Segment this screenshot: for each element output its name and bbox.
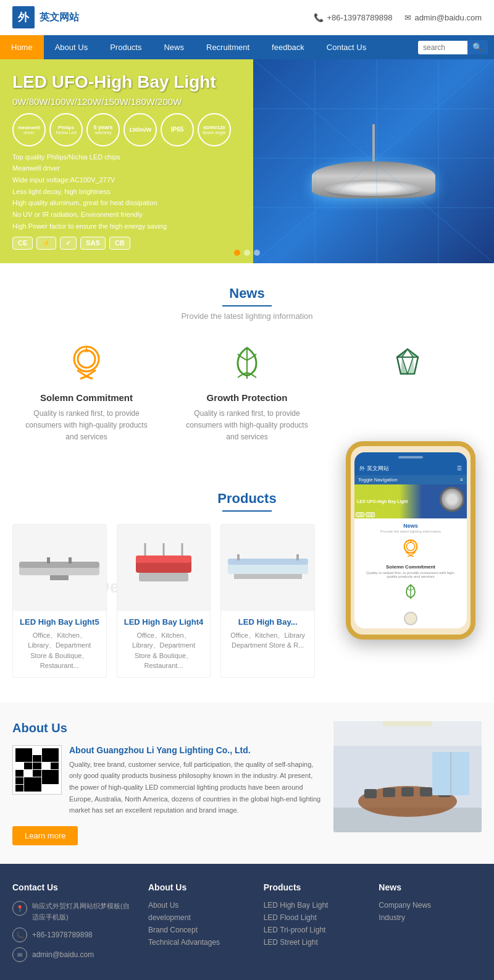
logo-area: 外 英文网站	[12, 6, 79, 28]
svg-rect-58	[383, 721, 432, 726]
email-info: ✉ admin@baidu.com	[404, 13, 482, 22]
footer-product-link2[interactable]: LED Flood Light	[264, 913, 367, 922]
footer-news-col: News Company News Industry	[379, 882, 482, 967]
nav-recruitment[interactable]: Recruitment	[195, 35, 261, 59]
svg-marker-21	[401, 357, 408, 374]
hero-certs: CE ⚡ ✓ SAS CB	[12, 237, 241, 250]
email-address: admin@baidu.com	[414, 13, 482, 22]
nav-home[interactable]: Home	[0, 35, 44, 59]
news-card-2: Growth Protection Quality is ranked firs…	[173, 336, 321, 450]
cert-sas: SAS	[80, 237, 106, 250]
svg-rect-54	[420, 787, 432, 796]
phone-frame: 外 英文网站 ☰ Toggle Navigation ≡ LED UFO-Hig…	[346, 441, 475, 640]
search-button[interactable]: 🔍	[467, 40, 488, 54]
svg-point-9	[78, 350, 95, 368]
phone-info: 📞 +86-13978789898	[314, 13, 392, 22]
news-subtitle: Provide the latest lighting information	[12, 311, 482, 321]
about-left: About Us Abou	[12, 721, 321, 845]
product-card-3: LED High Bay... Office、Kitchen、Library D…	[220, 524, 315, 678]
hero-title: LED UFO-High Bay Light	[12, 72, 241, 93]
footer-phone-icon: 📞	[12, 927, 27, 942]
phone-icon: 📞	[314, 13, 324, 22]
svg-rect-26	[47, 557, 50, 564]
product3-img	[221, 525, 314, 611]
nav-about[interactable]: About Us	[44, 35, 99, 59]
badge-beam: 60/90/120Beam angle	[198, 113, 231, 146]
nav-contact[interactable]: Contact Us	[316, 35, 377, 59]
svg-point-40	[406, 542, 414, 550]
learn-more-button[interactable]: Learn more	[12, 826, 78, 845]
card1-desc: Quality is ranked first, to provide cons…	[19, 408, 154, 444]
product2-info: LED High Bay Light4 Office、Kitchen、Libra…	[117, 611, 211, 677]
nav-feedback[interactable]: feedback	[261, 35, 316, 59]
search-input[interactable]	[418, 41, 467, 54]
cert-check: ✓	[60, 237, 77, 250]
phone-inner: 外 英文网站 ☰ Toggle Navigation ≡ LED UFO-Hig…	[354, 452, 467, 628]
footer: Contact Us 📍 响应式外贸灯具网站织梦模板(自适应手机版) 📞 +86…	[0, 864, 494, 980]
footer-product-link3[interactable]: LED Tri-proof Light	[264, 926, 367, 934]
footer-about-link3[interactable]: Brand Concept	[148, 926, 251, 934]
svg-rect-53	[401, 787, 414, 796]
svg-rect-36	[234, 574, 302, 579]
news-cards: Solemn Commitment Quality is ranked firs…	[12, 336, 482, 450]
products-divider	[222, 510, 272, 512]
phone-home-button[interactable]	[404, 612, 417, 625]
company-title: About Guangzhou Li Yang Lighting Co., Lt…	[69, 745, 321, 755]
footer-news-link2[interactable]: Industry	[379, 913, 482, 922]
product1-name: LED High Bay Light5	[19, 617, 100, 627]
news-divider	[222, 305, 272, 306]
badge-5years: 5 yearswarranty	[86, 113, 120, 146]
email-icon: ✉	[404, 13, 411, 22]
product-card-1: LED High Bay Light5 Office、Kitchen、Libra…	[12, 524, 107, 678]
product1-info: LED High Bay Light5 Office、Kitchen、Libra…	[13, 611, 106, 677]
svg-line-14	[86, 376, 93, 379]
dot-2[interactable]	[244, 250, 250, 256]
svg-rect-35	[228, 559, 308, 565]
hero-features: Top quality Philips/Nichia LED chips Mea…	[12, 151, 241, 232]
dot-1[interactable]	[234, 250, 240, 256]
about-right	[333, 721, 482, 845]
main-nav: Home About Us Products News Recruitment …	[0, 35, 494, 59]
footer-contact-col: Contact Us 📍 响应式外贸灯具网站织梦模板(自适应手机版) 📞 +86…	[12, 882, 136, 967]
nav-search-area: 🔍	[412, 36, 494, 58]
svg-rect-37	[237, 554, 240, 560]
nav-products[interactable]: Products	[99, 35, 153, 59]
news-title: News	[12, 285, 482, 302]
about-image	[333, 721, 482, 832]
footer-about-col: About Us About Us development Brand Conc…	[148, 882, 251, 967]
footer-product-link1[interactable]: LED High Bay Light	[264, 901, 367, 910]
location-icon: 📍	[12, 901, 27, 916]
footer-contact-title: Contact Us	[12, 882, 136, 892]
product3-info: LED High Bay... Office、Kitchen、Library D…	[221, 611, 314, 657]
footer-products-col: Products LED High Bay Light LED Flood Li…	[264, 882, 367, 967]
footer-about-link1[interactable]: About Us	[148, 901, 251, 910]
cert-recycle: ⚡	[36, 237, 56, 250]
svg-line-45	[411, 555, 414, 556]
hero-wattage: 0W/80W/100W/120W/150W/180W/200W	[12, 96, 241, 107]
svg-rect-24	[19, 562, 99, 568]
footer-about-link2[interactable]: development	[148, 913, 251, 922]
news-card-3	[333, 336, 482, 450]
hero-banner: LED UFO-High Bay Light 0W/80W/100W/120W/…	[0, 59, 494, 263]
footer-email: admin@baidu.com	[32, 950, 94, 959]
hero-badges: meanwelldriver PhilipsNichia Led 5 years…	[12, 113, 241, 146]
phone-nav-bar: 外 英文网站 ☰	[354, 462, 467, 475]
svg-rect-38	[296, 554, 299, 560]
footer-about-link4[interactable]: Technical Advantages	[148, 938, 251, 947]
about-company-text: About Guangzhou Li Yang Lighting Co., Lt…	[69, 745, 321, 816]
svg-line-13	[80, 376, 86, 379]
company-name-footer: 响应式外贸灯具网站织梦模板(自适应手机版)	[32, 901, 136, 923]
badge-meanwell: meanwelldriver	[12, 113, 46, 146]
footer-news-link1[interactable]: Company News	[379, 901, 482, 910]
phone-mockup: 外 英文网站 ☰ Toggle Navigation ≡ LED UFO-Hig…	[340, 441, 482, 640]
badge-lumen: 130lm/W	[124, 113, 157, 146]
product2-img	[117, 525, 211, 611]
nav-news[interactable]: News	[153, 35, 195, 59]
footer-email-row: ✉ admin@baidu.com	[12, 947, 136, 962]
footer-product-link4[interactable]: LED Street Light	[264, 938, 367, 947]
dot-3[interactable]	[254, 250, 260, 256]
about-title: About Us	[12, 721, 321, 735]
svg-rect-52	[383, 788, 395, 797]
hero-dots	[0, 250, 494, 256]
footer-phone: +86-13978789898	[32, 931, 93, 939]
